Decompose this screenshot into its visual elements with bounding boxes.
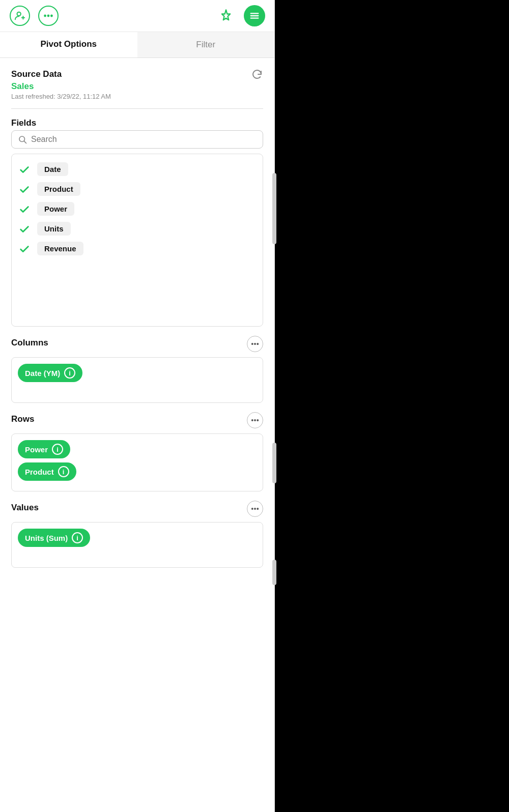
values-section: Values Units (Sum) i bbox=[11, 501, 263, 568]
add-user-icon bbox=[10, 6, 30, 26]
check-icon-date bbox=[18, 163, 31, 176]
row-tag-power-label: Power bbox=[25, 445, 48, 454]
more-options-icon bbox=[38, 6, 59, 26]
svg-point-16 bbox=[257, 420, 258, 421]
svg-point-17 bbox=[252, 508, 253, 509]
svg-line-10 bbox=[24, 141, 26, 143]
columns-section: Columns Date (YM) i bbox=[11, 336, 263, 403]
columns-more-button[interactable] bbox=[247, 336, 263, 352]
field-tag-power: Power bbox=[37, 202, 74, 216]
values-more-button[interactable] bbox=[247, 501, 263, 517]
field-tag-revenue: Revenue bbox=[37, 242, 83, 255]
values-label: Values bbox=[11, 503, 39, 513]
last-refreshed-text: Last refreshed: 3/29/22, 11:12 AM bbox=[11, 93, 263, 100]
source-data-section: Source Data Sales Last refreshed: 3/29/2… bbox=[11, 69, 263, 100]
row-tag-power[interactable]: Power i bbox=[18, 440, 70, 458]
panel-content: Source Data Sales Last refreshed: 3/29/2… bbox=[0, 58, 274, 812]
top-bar-left bbox=[9, 5, 59, 26]
svg-point-15 bbox=[254, 420, 256, 421]
add-user-button[interactable] bbox=[9, 5, 31, 26]
search-icon bbox=[18, 135, 27, 144]
more-options-button[interactable] bbox=[38, 5, 59, 26]
check-icon-product bbox=[18, 183, 31, 196]
svg-point-12 bbox=[254, 343, 256, 344]
svg-point-11 bbox=[252, 343, 253, 344]
field-item-units[interactable]: Units bbox=[18, 219, 257, 239]
row-tag-product-label: Product bbox=[25, 468, 54, 476]
columns-label: Columns bbox=[11, 338, 48, 348]
values-drop-zone[interactable]: Units (Sum) i bbox=[11, 522, 263, 568]
check-icon-revenue bbox=[18, 242, 31, 255]
field-tag-date: Date bbox=[37, 162, 68, 176]
pin-button[interactable] bbox=[215, 5, 237, 26]
search-box[interactable] bbox=[11, 130, 263, 149]
resize-handle-3[interactable] bbox=[272, 560, 276, 585]
svg-point-5 bbox=[51, 15, 52, 17]
svg-point-19 bbox=[257, 508, 258, 509]
rows-header: Rows bbox=[11, 412, 263, 428]
menu-icon bbox=[244, 5, 265, 26]
source-data-label: Source Data bbox=[11, 69, 263, 79]
column-tag-date-ym-label: Date (YM) bbox=[25, 369, 60, 378]
fields-section: Fields Date bbox=[11, 118, 263, 327]
top-bar-right bbox=[215, 5, 265, 26]
divider-1 bbox=[11, 108, 263, 109]
field-tag-product: Product bbox=[37, 182, 80, 196]
columns-header: Columns bbox=[11, 336, 263, 352]
resize-handle-1[interactable] bbox=[272, 173, 276, 244]
menu-button[interactable] bbox=[244, 5, 265, 26]
columns-drop-zone[interactable]: Date (YM) i bbox=[11, 357, 263, 403]
values-header: Values bbox=[11, 501, 263, 517]
rows-drop-zone[interactable]: Power i Product i bbox=[11, 433, 263, 491]
tab-pivot-options[interactable]: Pivot Options bbox=[0, 32, 137, 57]
tab-bar: Pivot Options Filter bbox=[0, 32, 274, 58]
rows-more-button[interactable] bbox=[247, 412, 263, 428]
column-tag-date-ym[interactable]: Date (YM) i bbox=[18, 364, 82, 382]
svg-point-3 bbox=[44, 15, 46, 17]
resize-handle-2[interactable] bbox=[272, 443, 276, 483]
row-product-info-icon[interactable]: i bbox=[58, 466, 69, 477]
svg-point-4 bbox=[48, 15, 49, 17]
value-tag-units-sum[interactable]: Units (Sum) i bbox=[18, 529, 90, 547]
field-item-date[interactable]: Date bbox=[18, 159, 257, 179]
source-data-name: Sales bbox=[11, 81, 263, 92]
column-info-icon[interactable]: i bbox=[64, 367, 75, 379]
field-item-product[interactable]: Product bbox=[18, 179, 257, 199]
fields-label: Fields bbox=[11, 118, 263, 128]
value-units-info-icon[interactable]: i bbox=[72, 532, 83, 543]
field-tag-units: Units bbox=[37, 222, 71, 236]
svg-point-14 bbox=[252, 420, 253, 421]
pivot-panel: Pivot Options Filter Source Data Sales L… bbox=[0, 0, 275, 812]
rows-section: Rows Power i Product i bbox=[11, 412, 263, 491]
value-tag-units-sum-label: Units (Sum) bbox=[25, 534, 68, 542]
check-icon-power bbox=[18, 202, 31, 216]
refresh-button[interactable] bbox=[251, 68, 263, 82]
svg-point-18 bbox=[254, 508, 256, 509]
row-power-info-icon[interactable]: i bbox=[52, 444, 63, 455]
field-item-revenue[interactable]: Revenue bbox=[18, 239, 257, 258]
svg-point-0 bbox=[17, 12, 21, 16]
field-item-power[interactable]: Power bbox=[18, 199, 257, 219]
rows-label: Rows bbox=[11, 414, 34, 424]
fields-list: Date Product bbox=[11, 154, 263, 327]
svg-point-13 bbox=[257, 343, 258, 344]
check-icon-units bbox=[18, 222, 31, 236]
tab-filter[interactable]: Filter bbox=[137, 32, 275, 57]
row-tag-product[interactable]: Product i bbox=[18, 462, 76, 481]
top-bar bbox=[0, 0, 274, 32]
search-input[interactable] bbox=[31, 135, 257, 144]
